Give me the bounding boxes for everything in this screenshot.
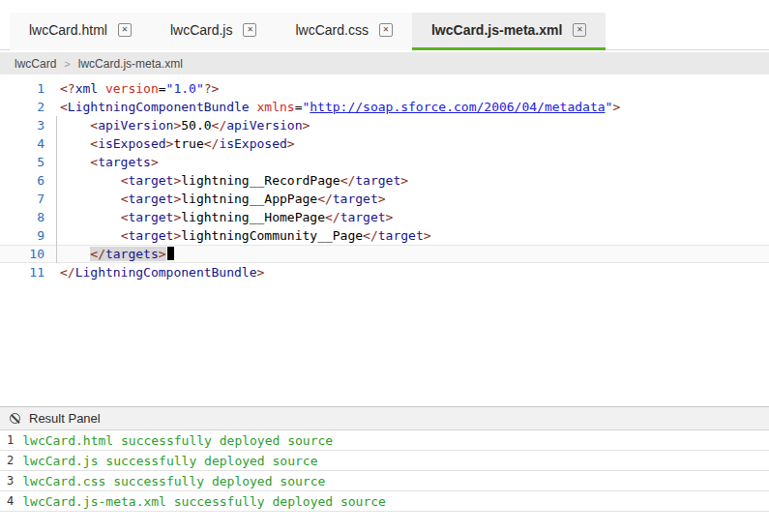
result-row-4: 4lwcCard.js-meta.xml successfully deploy… [0,491,769,512]
result-row-message: lwcCard.html successfully deployed sourc… [22,430,333,450]
result-row-number: 3 [0,471,22,490]
line-number: 2 [0,98,44,116]
ide-window: lwcCard.html✕lwcCard.js✕lwcCard.css✕lwcC… [0,0,769,512]
line-number: 5 [0,153,44,171]
line-content: <target>lightning__HomePage</target> [44,208,393,226]
line-number: 4 [0,134,44,153]
result-row-1: 1lwcCard.html successfully deployed sour… [0,430,769,451]
line-content: <apiVersion>50.0</apiVersion> [44,116,310,134]
line-number: 7 [0,190,44,208]
tab-close-icon[interactable]: ✕ [243,23,256,37]
line-number: 10 [0,245,44,263]
code-line-3[interactable]: 3 <apiVersion>50.0</apiVersion> [0,116,769,134]
tab-label: lwcCard.js [170,22,233,38]
code-line-9[interactable]: 9 <target>lightningCommunity__Page</targ… [0,226,769,245]
line-number: 1 [0,79,44,98]
code-line-7[interactable]: 7 <target>lightning__AppPage</target> [0,190,769,208]
breadcrumb-separator-icon: > [64,58,70,70]
line-content: <?xml version="1.0"?> [44,79,219,98]
breadcrumb-folder[interactable]: lwcCard [15,57,56,71]
result-row-message: lwcCard.css successfully deployed source [22,471,325,490]
tab-label: lwcCard.html [29,22,107,38]
line-content: <targets> [44,153,159,171]
tab-close-icon[interactable]: ✕ [573,23,586,37]
result-row-message: lwcCard.js-meta.xml successfully deploye… [22,491,386,511]
line-content: <target>lightning__AppPage</target> [44,190,386,208]
tab-close-icon[interactable]: ✕ [118,23,132,37]
result-panel-header: Result Panel [0,407,769,430]
result-panel: Result Panel 1lwcCard.html successfully … [0,406,769,512]
line-content: </targets> [44,245,174,263]
clear-results-icon[interactable] [10,413,20,424]
code-line-11[interactable]: 11</LightningComponentBundle> [0,263,769,281]
line-content: </LightningComponentBundle> [44,263,264,281]
result-row-3: 3lwcCard.css successfully deployed sourc… [0,471,769,491]
line-number: 8 [0,208,44,226]
result-row-number: 4 [0,491,22,511]
result-row-number: 2 [0,451,22,470]
line-content: <target>lightning__RecordPage</target> [44,171,408,190]
result-panel-title: Result Panel [29,411,101,426]
code-line-6[interactable]: 6 <target>lightning__RecordPage</target> [0,171,769,190]
indent-guide [56,116,57,263]
tab-bar: lwcCard.html✕lwcCard.js✕lwcCard.css✕lwcC… [0,0,769,50]
breadcrumb: lwcCard > lwcCard.js-meta.xml [0,52,769,74]
tab-lwccard-html[interactable]: lwcCard.html✕ [10,13,151,50]
line-number: 11 [0,263,44,281]
line-number: 9 [0,226,44,245]
result-row-message: lwcCard.js successfully deployed source [22,451,317,470]
line-number: 3 [0,116,44,134]
result-row-2: 2lwcCard.js successfully deployed source [0,451,769,471]
line-content: <LightningComponentBundle xmlns="http://… [44,98,620,116]
tab-lwccard-js-meta-xml[interactable]: lwcCard.js-meta.xml✕ [412,13,606,50]
tab-label: lwcCard.css [295,22,368,38]
code-line-8[interactable]: 8 <target>lightning__HomePage</target> [0,208,769,226]
code-line-1[interactable]: 1<?xml version="1.0"?> [0,79,769,98]
code-line-5[interactable]: 5 <targets> [0,153,769,171]
code-line-4[interactable]: 4 <isExposed>true</isExposed> [0,134,769,153]
tab-label: lwcCard.js-meta.xml [431,22,562,38]
code-editor[interactable]: 1<?xml version="1.0"?>2<LightningCompone… [0,74,769,406]
breadcrumb-file: lwcCard.js-meta.xml [78,57,183,71]
line-content: <isExposed>true</isExposed> [44,134,295,153]
line-content: <target>lightningCommunity__Page</target… [44,226,431,245]
tab-lwccard-js[interactable]: lwcCard.js✕ [151,13,277,50]
result-row-number: 1 [0,430,22,450]
line-number: 6 [0,171,44,190]
text-cursor [167,247,174,260]
code-line-2[interactable]: 2<LightningComponentBundle xmlns="http:/… [0,98,769,116]
tab-lwccard-css[interactable]: lwcCard.css✕ [276,13,411,50]
code-line-10[interactable]: 10 </targets> [0,245,769,263]
tab-close-icon[interactable]: ✕ [379,23,393,37]
